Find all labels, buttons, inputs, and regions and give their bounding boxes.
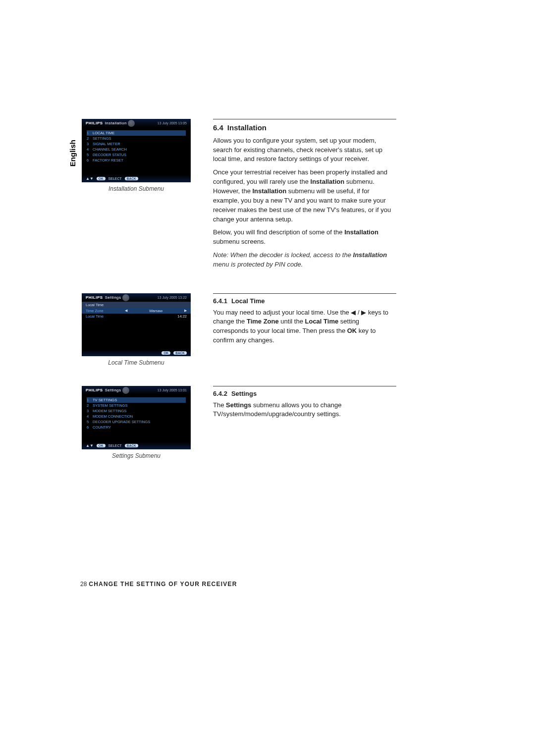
menu-label: FACTORY RESET [93,158,123,162]
sub-title-641: 6.4.1Local Time [213,297,396,306]
scr-title: Installation [105,121,127,125]
section-title-text: Local Time [231,297,265,305]
left-arrow-icon: ◀ [125,309,127,313]
section-title-text: Installation [227,123,267,132]
para-642-1: The Settings submenu allows you to chang… [213,401,396,420]
brand: PHILIPS [86,121,103,125]
menu-num: 2 [87,403,93,408]
scr-row-localtime: Local Time 14:22 [82,314,191,319]
para-64-3: Below, you will find description of some… [213,228,396,247]
para-64-2: Once your terrestrial receiver has been … [213,168,396,224]
select-label: SELECT [108,177,122,180]
right-col-64: 6.4Installation Allows you to configure … [213,119,396,273]
select-label: SELECT [108,444,122,447]
scr-datetime: 13 July 2005 13:01 [158,388,187,392]
section-num: 6.4.1 [213,297,227,305]
menu-num: 3 [87,409,93,413]
brand: PHILIPS [86,295,103,300]
scr-body: 1LOCAL TIME 2SETTINGS 3SIGNAL METER 4CHA… [82,127,191,175]
scr-menu: 1TV SETTINGS 2SYSTEM SETTINGS 3MODEM SET… [87,397,186,430]
section-installation: PHILIPSInstallation 13 July 2005 13:05 1… [69,119,466,273]
menu-label: COUNTRY [93,425,111,430]
ok-pill: OK [161,351,170,355]
scr-title: Settings [105,295,121,300]
page-content: PHILIPSInstallation 13 July 2005 13:05 1… [0,0,535,459]
scr-footer: OK BACK [82,350,191,356]
scr-subheader: Local Time [82,302,191,308]
menu-label: MODEM CONNECTION [93,414,133,419]
back-pill: BACK [125,177,138,180]
caption-settings: Settings Submenu [82,452,191,459]
scr-menu: 1LOCAL TIME 2SETTINGS 3SIGNAL METER 4CHA… [87,130,186,163]
right-col-642: 6.4.2Settings The Settings submenu allow… [213,386,396,424]
rule [213,293,396,294]
left-col-2: PHILIPSSettings 13 July 2005 13:22 Local… [69,293,203,366]
left-col-1: PHILIPSInstallation 13 July 2005 13:05 1… [69,119,203,192]
up-down-icon: ▲▼ [86,176,94,181]
menu-label: SETTINGS [93,136,111,141]
rule [213,119,396,119]
para-64-1: Allows you to configure your system, set… [213,136,396,164]
menu-label: CHANNEL SEARCH [93,147,127,152]
menu-num: 4 [87,147,93,152]
menu-num: 2 [87,136,93,141]
up-down-icon: ▲▼ [86,443,94,448]
menu-num: 3 [87,142,93,146]
caption-local-time: Local Time Submenu [82,359,191,366]
menu-label: DECODER STATUS [93,153,126,157]
row-label: Local Time [86,314,104,319]
right-col-641: 6.4.1Local Time You may need to adjust y… [213,293,396,349]
back-pill: BACK [125,444,138,447]
rule [213,386,396,386]
scr-row-timezone: Time Zone ◀ Warsaw ▶ [82,308,191,314]
menu-label: DECODER UPGRADE SETTINGS [93,420,150,424]
caption-installation: Installation Submenu [82,185,191,192]
row-label: Time Zone [86,309,104,313]
menu-num: 5 [87,153,93,157]
ok-pill: OK [97,444,106,447]
section-settings: PHILIPSSettings 13 July 2005 13:01 1TV S… [69,386,466,459]
screenshot-local-time: PHILIPSSettings 13 July 2005 13:22 Local… [82,293,191,356]
menu-label: MODEM SETTINGS [93,409,126,413]
scr-header: PHILIPSInstallation 13 July 2005 13:05 [82,119,191,127]
menu-label: SIGNAL METER [93,142,120,146]
scr-footer: ▲▼ OK SELECT BACK [82,175,191,182]
menu-num: 4 [87,414,93,419]
brand: PHILIPS [86,388,103,392]
menu-label: LOCAL TIME [93,131,114,135]
back-pill: BACK [173,351,187,355]
section-num: 6.4.2 [213,390,227,397]
footer-text: CHANGE THE SETTING OF YOUR RECEIVER [89,581,237,588]
scr-footer: ▲▼ OK SELECT BACK [82,442,191,449]
section-title-text: Settings [231,390,257,397]
para-641-1: You may need to adjust your local time. … [213,308,396,345]
row-value: Warsaw [149,309,162,313]
menu-num: 6 [87,158,93,162]
scr-body: 1TV SETTINGS 2SYSTEM SETTINGS 3MODEM SET… [82,394,191,442]
menu-num: 1 [87,398,93,402]
section-local-time: PHILIPSSettings 13 July 2005 13:22 Local… [69,293,466,366]
screenshot-installation: PHILIPSInstallation 13 July 2005 13:05 1… [82,119,191,182]
section-title-64: 6.4Installation [213,122,396,133]
scr-title: Settings [105,388,121,392]
page-number: 28 [80,581,87,588]
menu-num: 5 [87,420,93,424]
page-footer: 28CHANGE THE SETTING OF YOUR RECEIVER [80,581,237,588]
scr-datetime: 13 July 2005 13:22 [158,296,187,299]
row-value: 14:22 [177,314,187,319]
ok-pill: OK [97,177,106,180]
menu-label: TV SETTINGS [93,398,117,402]
right-arrow-icon: ▶ [184,309,187,313]
left-col-3: PHILIPSSettings 13 July 2005 13:01 1TV S… [69,386,203,459]
menu-num: 6 [87,425,93,430]
section-num: 6.4 [213,123,223,132]
menu-num: 1 [87,131,93,135]
scr-header: PHILIPSSettings 13 July 2005 13:01 [82,386,191,394]
scr-datetime: 13 July 2005 13:05 [158,121,187,125]
scr-header: PHILIPSSettings 13 July 2005 13:22 [82,293,191,302]
menu-label: SYSTEM SETTINGS [93,403,127,408]
sub-title-642: 6.4.2Settings [213,389,396,399]
note-64: Note: When the decoder is locked, access… [213,251,396,270]
screenshot-settings: PHILIPSSettings 13 July 2005 13:01 1TV S… [82,386,191,449]
